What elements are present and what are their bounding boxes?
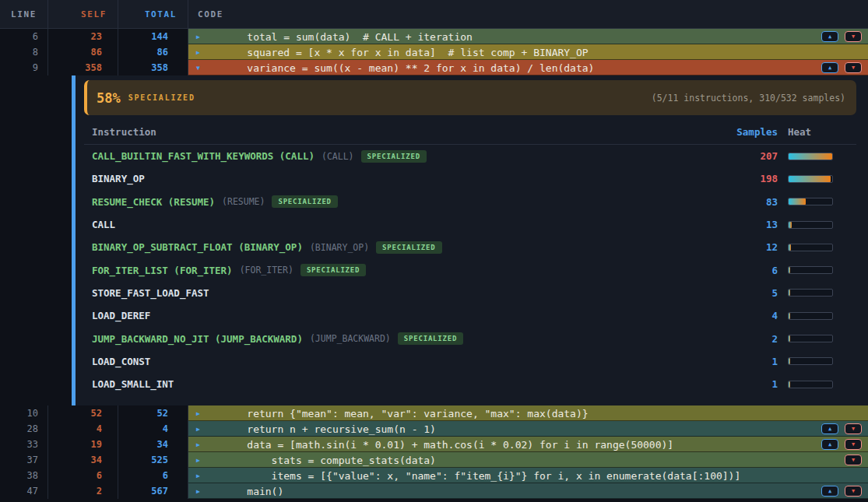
expand-arrow-icon[interactable]: ▶ xyxy=(196,488,200,495)
jump-up-button[interactable]: ▲ xyxy=(821,423,838,434)
row-nav: ▲▼ xyxy=(821,31,862,42)
total-time: 567 xyxy=(118,483,188,499)
total-time: 144 xyxy=(118,29,188,44)
jump-down-button[interactable]: ▼ xyxy=(845,439,862,450)
heat-cell xyxy=(788,221,856,229)
jump-up-button[interactable]: ▲ xyxy=(821,439,838,450)
code-row: 105252▶ return {"mean": mean, "var": var… xyxy=(0,405,868,421)
instruction-row: BINARY_OP198 xyxy=(84,167,856,190)
jump-down-button[interactable]: ▼ xyxy=(845,62,862,73)
row-nav: ▼ xyxy=(845,455,862,465)
total-time: 52 xyxy=(118,405,188,421)
code-row: 472567▶ main()▲▼ xyxy=(0,483,868,499)
code-row: 3866▶ items = [{"value": x, "name": f"it… xyxy=(0,468,868,483)
samples-count: 1 xyxy=(723,356,778,367)
expand-arrow-icon[interactable]: ▶ xyxy=(196,49,200,56)
instruction-cell: CALL_BUILTIN_FAST_WITH_KEYWORDS (CALL)(C… xyxy=(92,150,723,163)
heat-cell xyxy=(788,335,856,342)
code-cell[interactable]: ▶ return {"mean": mean, "var": variance,… xyxy=(188,405,868,421)
code-cell[interactable]: ▶ return n + recursive_sum(n - 1)▲▼ xyxy=(188,421,868,437)
line-number: 28 xyxy=(0,421,48,437)
instruction-row: FOR_ITER_LIST (FOR_ITER)(FOR_ITER)SPECIA… xyxy=(84,258,856,281)
jump-down-button[interactable]: ▼ xyxy=(845,31,862,42)
heat-bar xyxy=(788,266,833,274)
expand-arrow-icon[interactable]: ▶ xyxy=(196,441,200,448)
line-number: 10 xyxy=(0,405,48,421)
samples-count: 6 xyxy=(723,265,778,276)
column-header-code: CODE xyxy=(188,0,868,28)
row-nav: ▲▼ xyxy=(821,439,862,450)
specialized-badge: SPECIALIZED xyxy=(398,332,463,345)
heat-cell xyxy=(788,381,856,388)
heat-bar-fill xyxy=(789,222,792,228)
instruction-row: LOAD_CONST1 xyxy=(84,350,856,373)
self-time: 6 xyxy=(48,468,118,483)
jump-down-button[interactable]: ▼ xyxy=(845,423,862,434)
specialized-badge: SPECIALIZED xyxy=(376,241,441,254)
expand-arrow-icon[interactable]: ▶ xyxy=(196,472,200,479)
code-cell[interactable]: ▶ total = sum(data) # CALL + iteration▲▼ xyxy=(188,29,868,44)
code-row: 623144▶ total = sum(data) # CALL + itera… xyxy=(0,29,868,44)
heat-bar xyxy=(788,335,833,342)
column-header-instruction[interactable]: Instruction xyxy=(92,126,723,138)
specialized-badge: SPECIALIZED xyxy=(361,150,427,163)
instruction-name: JUMP_BACKWARD_NO_JIT (JUMP_BACKWARD) xyxy=(92,333,303,345)
code-text: stats = compute_stats(data) xyxy=(223,455,436,466)
code-text: return n + recursive_sum(n - 1) xyxy=(223,423,436,435)
expand-arrow-icon[interactable]: ▶ xyxy=(196,410,200,417)
instruction-row: LOAD_DEREF4 xyxy=(84,304,856,327)
instruction-name: FOR_ITER_LIST (FOR_ITER) xyxy=(92,265,233,276)
expand-arrow-icon[interactable]: ▶ xyxy=(196,426,200,433)
jump-up-button[interactable]: ▲ xyxy=(821,31,838,42)
collapse-arrow-icon[interactable]: ▼ xyxy=(196,65,200,72)
line-number: 38 xyxy=(0,468,48,483)
instruction-cell: STORE_FAST_LOAD_FAST xyxy=(92,287,723,299)
instruction-name: BINARY_OP_SUBTRACT_FLOAT (BINARY_OP) xyxy=(92,241,303,253)
instruction-name: STORE_FAST_LOAD_FAST xyxy=(92,287,209,299)
instruction-base-name: (CALL) xyxy=(322,151,354,162)
code-text: return {"mean": mean, "var": variance, "… xyxy=(223,408,589,420)
expand-arrow-icon[interactable]: ▶ xyxy=(196,33,200,40)
total-time: 34 xyxy=(118,437,188,452)
code-cell[interactable]: ▶ squared = [x * x for x in data] # list… xyxy=(188,44,868,60)
heat-bar xyxy=(788,221,833,229)
jump-up-button[interactable]: ▲ xyxy=(821,486,838,497)
heat-bar-fill xyxy=(789,153,832,160)
instruction-row: JUMP_BACKWARD_NO_JIT (JUMP_BACKWARD)(JUM… xyxy=(84,327,856,349)
jump-down-button[interactable]: ▼ xyxy=(845,486,862,497)
heat-bar-fill xyxy=(789,335,790,342)
heat-cell xyxy=(788,153,856,160)
code-cell[interactable]: ▶ items = [{"value": x, "name": f"item_{… xyxy=(188,468,868,483)
instruction-name: BINARY_OP xyxy=(92,173,145,184)
jump-up-button[interactable]: ▲ xyxy=(821,62,838,73)
heat-cell xyxy=(788,357,856,365)
line-number: 37 xyxy=(0,452,48,468)
code-row: 88686▶ squared = [x * x for x in data] #… xyxy=(0,44,868,60)
code-cell[interactable]: ▼ variance = sum((x - mean) ** 2 for x i… xyxy=(188,60,868,75)
instruction-cell: CALL xyxy=(92,219,723,230)
row-nav: ▲▼ xyxy=(821,62,862,73)
instruction-cell: RESUME_CHECK (RESUME)(RESUME)SPECIALIZED xyxy=(92,195,723,208)
self-time: 86 xyxy=(48,44,118,60)
code-cell[interactable]: ▶ main()▲▼ xyxy=(188,483,868,499)
instruction-row: CALL_BUILTIN_FAST_WITH_KEYWORDS (CALL)(C… xyxy=(84,145,856,167)
code-cell[interactable]: ▶ data = [math.sin(i * 0.01) + math.cos(… xyxy=(188,437,868,452)
heat-bar xyxy=(788,357,833,365)
line-number: 33 xyxy=(0,437,48,452)
total-time: 86 xyxy=(118,44,188,60)
code-rows-bottom: 105252▶ return {"mean": mean, "var": var… xyxy=(0,405,868,499)
column-header-total: TOTAL xyxy=(118,0,188,28)
heat-bar-fill xyxy=(789,176,831,182)
jump-down-button[interactable]: ▼ xyxy=(845,455,862,465)
self-time: 34 xyxy=(48,452,118,468)
row-nav: ▲▼ xyxy=(821,486,862,497)
column-header-samples[interactable]: Samples xyxy=(723,126,778,138)
line-number: 47 xyxy=(0,483,48,499)
code-cell[interactable]: ▶ stats = compute_stats(data)▼ xyxy=(188,452,868,468)
total-time: 4 xyxy=(118,421,188,437)
expand-arrow-icon[interactable]: ▶ xyxy=(196,457,200,464)
specialization-banner: 58% SPECIALIZED (5/11 instructions, 310/… xyxy=(84,80,856,115)
heat-cell xyxy=(788,289,856,297)
column-header-heat[interactable]: Heat xyxy=(788,126,856,138)
instruction-base-name: (RESUME) xyxy=(222,196,265,207)
